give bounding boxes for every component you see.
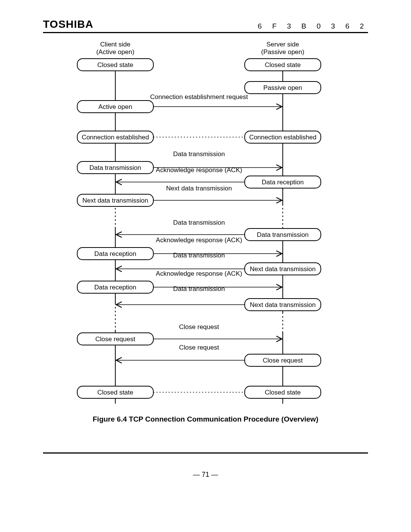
client-state-data-rx-2: Data reception [77,281,153,293]
svg-text:Data transmission: Data transmission [89,164,141,171]
svg-text:Next data transmission: Next data transmission [83,197,148,204]
svg-text:Close request: Close request [263,357,303,364]
server-header-2: (Passive open) [261,48,304,56]
client-state-closed-2: Closed state [77,386,153,398]
server-state-passive: Passive open [245,81,321,94]
msg-data-tx-3: Data transmission [173,252,225,259]
svg-text:Active open: Active open [99,103,132,110]
msg-close-2: Close request [179,344,219,351]
msg-data-tx-2: Data transmission [173,219,225,226]
header-rule [43,32,368,33]
client-state-active-open: Active open [77,101,153,113]
page-number: — 71 — [0,471,411,479]
svg-text:Connection established: Connection established [82,134,149,141]
client-state-data-tx: Data transmission [77,161,153,174]
msg-conn-req: Connection establishment request [150,93,248,101]
svg-text:Next data transmission: Next data transmission [250,265,316,273]
msg-data-tx-1: Data transmission [173,150,225,158]
svg-text:Data transmission: Data transmission [257,231,309,238]
server-state-data-tx: Data transmission [245,228,321,241]
msg-next-tx-1: Next data transmission [166,185,232,192]
client-header-2: (Active open) [96,48,134,56]
svg-text:Next data transmission: Next data transmission [250,301,316,308]
footer-rule [43,452,368,454]
server-state-close-req: Close request [245,354,321,366]
server-state-data-rx: Data reception [245,176,321,188]
figure-caption: Figure 6.4 TCP Connection Communication … [0,415,411,423]
msg-ack-3: Acknowledge response (ACK) [156,270,242,277]
server-state-closed: Closed state [245,59,321,71]
msg-ack-1: Acknowledge response (ACK) [156,166,242,174]
svg-text:Connection established: Connection established [249,134,317,141]
server-state-next-tx-1: Next data transmission [245,263,321,275]
svg-text:Closed state: Closed state [265,61,301,69]
server-state-closed-2: Closed state [245,386,321,398]
client-state-conn-est: Connection established [77,131,153,143]
client-state-data-rx-1: Data reception [77,248,153,260]
msg-close-1: Close request [179,323,219,331]
client-state-closed: Closed state [77,59,153,71]
msg-ack-2: Acknowledge response (ACK) [156,236,242,244]
doc-id: 6 F 3 B 0 3 6 2 [258,22,368,30]
brand-logo: TOSHIBA [43,18,94,30]
server-state-conn-est: Connection established [245,131,321,143]
svg-text:Data reception: Data reception [94,284,137,291]
svg-text:Passive open: Passive open [263,84,302,91]
client-state-close-req: Close request [77,333,153,345]
sequence-diagram: Client side (Active open) Server side (P… [43,38,368,407]
client-header-1: Client side [100,41,130,48]
server-state-next-tx-2: Next data transmission [245,299,321,311]
svg-text:Closed state: Closed state [97,389,134,396]
svg-text:Close request: Close request [96,335,135,343]
server-header-1: Server side [266,41,299,48]
svg-text:Data reception: Data reception [94,250,137,257]
svg-text:Data reception: Data reception [262,179,304,186]
svg-text:Closed state: Closed state [97,61,134,69]
msg-data-tx-4: Data transmission [173,285,225,292]
svg-text:Closed state: Closed state [265,389,301,396]
client-state-next-tx: Next data transmission [77,194,153,206]
